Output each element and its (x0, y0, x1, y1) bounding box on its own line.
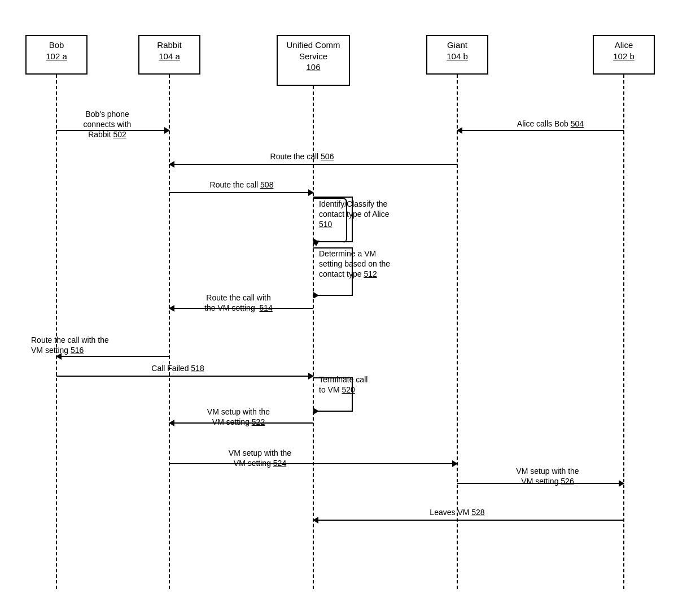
label-516: Route the call with theVM setting 516 (31, 335, 161, 355)
actor-rabbit-ref: 104 a (145, 51, 194, 62)
actor-bob: Bob 102 a (25, 35, 88, 75)
arrow-528 (313, 520, 624, 521)
actor-ucs: Unified Comm Service 106 (277, 35, 350, 86)
lifeline-bob (56, 75, 57, 589)
label-508: Route the call 508 (174, 180, 309, 190)
lifeline-rabbit (169, 75, 170, 589)
label-506: Route the call 506 (237, 151, 367, 162)
sequence-diagram: Bob 102 a Rabbit 104 a Unified Comm Serv… (0, 0, 700, 606)
arrow-504 (457, 130, 624, 131)
label-520: Terminate callto VM 520 (319, 374, 432, 395)
actor-ucs-name1: Unified Comm (283, 40, 343, 51)
svg-marker-2 (313, 408, 319, 414)
label-524: VM setup with theVM setting 524 (191, 448, 329, 468)
label-512: Determine a VMsetting based on thecontac… (319, 248, 438, 280)
label-518: Call Failed 518 (110, 363, 246, 373)
arrow-508 (169, 192, 313, 193)
actor-rabbit-name: Rabbit (145, 40, 194, 51)
actor-giant: Giant 104 b (426, 35, 488, 75)
lifeline-alice (623, 75, 624, 589)
actor-ucs-name2: Service (283, 51, 343, 62)
actor-alice: Alice 102 b (593, 35, 655, 75)
label-502: Bob's phoneconnects withRabbit 502 (59, 109, 155, 140)
label-528: Leaves VM 528 (395, 507, 519, 517)
actor-alice-ref: 102 b (600, 51, 648, 62)
arrow-516 (56, 356, 169, 357)
actor-bob-name: Bob (32, 40, 81, 51)
actor-bob-ref: 102 a (32, 51, 81, 62)
actor-ucs-ref: 106 (283, 62, 343, 73)
label-514: Route the call withthe VM setting 514 (169, 293, 308, 313)
svg-marker-0 (313, 238, 319, 245)
label-526: VM setup with theVM setting 526 (474, 466, 621, 486)
svg-marker-1 (313, 292, 319, 298)
label-510: Identify/Classify thecontact type of Ali… (319, 199, 432, 230)
arrow-506 (169, 164, 457, 165)
actor-alice-name: Alice (600, 40, 648, 51)
label-522: VM setup with theVM setting 522 (169, 407, 308, 427)
label-504: Alice calls Bob 504 (483, 119, 618, 129)
arrow-518 (56, 376, 313, 377)
actor-rabbit: Rabbit 104 a (138, 35, 200, 75)
actor-giant-name: Giant (433, 40, 482, 51)
actor-giant-ref: 104 b (433, 51, 482, 62)
